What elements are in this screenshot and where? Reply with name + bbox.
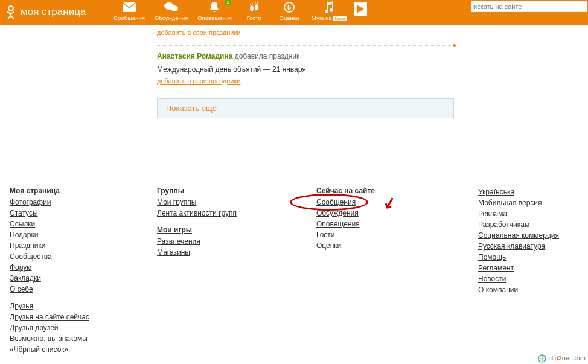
footer-link[interactable]: Фотографии <box>10 197 51 208</box>
footer: Моя страница Фотографии Статусы Ссылки П… <box>0 180 588 364</box>
footer-link[interactable]: Реклама <box>478 208 507 219</box>
chat-icon <box>164 2 179 13</box>
feed-item: Анастасия Ромадина добавила праздник Меж… <box>157 52 588 85</box>
badge-count: 2 <box>225 0 230 5</box>
nav-guests[interactable]: Гости <box>237 0 272 25</box>
beta-badge: бета <box>333 16 347 21</box>
top-header: моя страница Сообщения Обсуждения 2 Опов… <box>0 0 588 25</box>
footer-link[interactable]: О себе <box>10 284 33 295</box>
footer-link[interactable]: Закладки <box>10 273 41 284</box>
bell-icon <box>209 1 220 13</box>
footer-link[interactable]: Возможно, вы знакомы <box>10 333 88 344</box>
footer-col-3: Сейчас на сайте ↙ Сообщения Обсуждения О… <box>316 187 478 355</box>
footer-link[interactable]: Оповещения <box>316 219 360 229</box>
search-input[interactable] <box>471 1 587 12</box>
add-holiday-link[interactable]: добавить в свои праздники <box>157 77 240 85</box>
footer-link-messages[interactable]: Сообщения <box>316 197 356 208</box>
svg-text:5: 5 <box>287 4 291 11</box>
footer-link[interactable]: Праздники <box>10 240 45 251</box>
add-holiday-link-top[interactable]: добавить в свои праздники <box>157 29 240 36</box>
footer-col-1: Моя страница Фотографии Статусы Ссылки П… <box>10 187 157 355</box>
svg-point-4 <box>250 5 254 11</box>
watermark: clip2net.com <box>538 354 586 363</box>
footer-link[interactable]: Помощь <box>478 252 506 263</box>
play-icon <box>357 5 364 13</box>
footer-link[interactable]: Социальная коммерция <box>478 230 559 241</box>
action-text: добавила праздник <box>232 52 299 60</box>
svg-point-5 <box>255 4 258 10</box>
footer-link[interactable]: Друзья на сайте сейчас <box>10 311 89 322</box>
footer-col-2: Группы Мои группы Лента активности групп… <box>157 187 316 355</box>
feed-content: добавить в свои праздники Анастасия Рома… <box>0 25 588 136</box>
svg-point-8 <box>255 2 256 3</box>
footer-link[interactable]: Магазины <box>157 247 190 258</box>
footer-link[interactable]: Оценки <box>316 240 341 251</box>
globe-icon <box>538 354 546 363</box>
footer-link[interactable]: Развлечения <box>157 236 200 247</box>
separator-dots <box>157 45 456 46</box>
footer-link[interactable]: Обсуждения <box>316 208 359 219</box>
footer-head-games[interactable]: Мои игры <box>157 226 316 234</box>
play-button[interactable] <box>354 2 367 16</box>
footer-link[interactable]: Мои группы <box>157 197 196 208</box>
footer-link[interactable]: Статусы <box>10 208 38 219</box>
nav-discussions[interactable]: Обсуждения <box>150 0 193 25</box>
rating-icon: 5 <box>283 1 295 13</box>
nav-music[interactable]: Музыкабета <box>307 0 351 25</box>
footer-link[interactable]: Русская клавиатура <box>478 241 545 252</box>
feet-icon <box>248 1 260 13</box>
highlighted-link-wrapper: ↙ Сообщения <box>316 197 478 208</box>
holiday-text: Международный день объятий — 21 января <box>157 65 588 74</box>
footer-head-groups[interactable]: Группы <box>157 187 316 195</box>
footer-link[interactable]: Українська <box>478 187 514 197</box>
page-title: моя страница <box>21 6 86 18</box>
svg-point-6 <box>250 4 251 5</box>
footer-head-mypage[interactable]: Моя страница <box>10 187 157 195</box>
footer-head-now[interactable]: Сейчас на сайте <box>316 187 478 195</box>
search-box <box>471 1 587 12</box>
svg-point-9 <box>257 2 258 4</box>
footer-link[interactable]: Друзья <box>10 301 33 311</box>
nav-bar: Сообщения Обсуждения 2 Оповещения Гости … <box>109 0 367 25</box>
nav-messages[interactable]: Сообщения <box>109 0 150 25</box>
footer-link[interactable]: Лента активности групп <box>157 208 237 219</box>
footer-link[interactable]: Разработчикам <box>478 219 529 230</box>
footer-link[interactable]: О компании <box>478 284 518 295</box>
person-link[interactable]: Анастасия Ромадина <box>157 52 232 60</box>
svg-point-7 <box>252 3 253 4</box>
footer-link[interactable]: Друзья друзей <box>10 322 59 333</box>
footer-link[interactable]: Регламент <box>478 263 514 273</box>
nav-notifications[interactable]: 2 Оповещения <box>193 0 237 25</box>
footer-link[interactable]: «Чёрный список» <box>10 344 68 355</box>
music-icon <box>324 1 334 13</box>
footer-link[interactable]: Новости <box>478 273 506 284</box>
envelope-icon <box>123 2 136 12</box>
footer-link[interactable]: Мобильная версия <box>478 197 542 208</box>
red-arrow-annotation: ↙ <box>380 192 398 214</box>
show-more-button[interactable]: Показать ещё <box>157 98 454 118</box>
orange-dot-icon <box>453 44 456 47</box>
footer-link[interactable]: Подарки <box>10 229 38 240</box>
nav-ratings[interactable]: 5 Оценки <box>272 0 307 25</box>
logo-area[interactable]: моя страница <box>0 0 92 19</box>
svg-point-0 <box>8 6 13 11</box>
svg-point-3 <box>171 5 178 11</box>
footer-col-4: Українська Мобильная версия Реклама Разр… <box>478 187 559 355</box>
footer-link[interactable]: Ссылки <box>10 219 35 229</box>
ok-logo-icon <box>5 5 17 19</box>
footer-link[interactable]: Форум <box>10 262 31 273</box>
footer-link[interactable]: Гости <box>316 229 335 240</box>
footer-link[interactable]: Сообщества <box>10 251 52 262</box>
